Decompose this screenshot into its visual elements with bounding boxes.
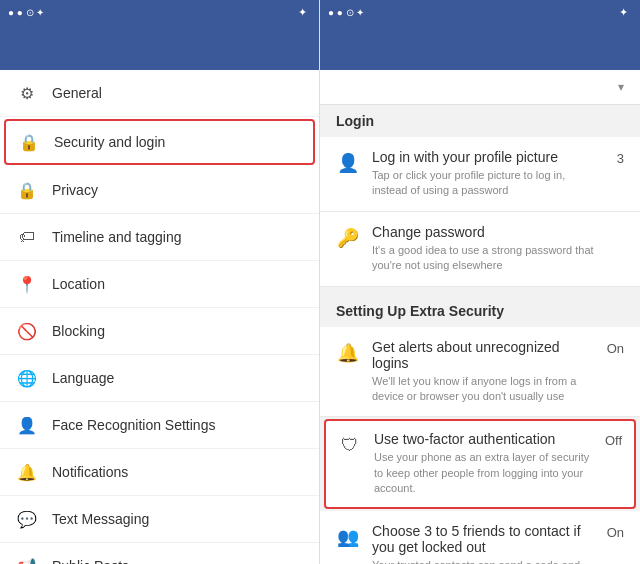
see-more-bar[interactable]: ▾	[320, 70, 640, 105]
sidebar-label-text: Text Messaging	[52, 511, 149, 527]
trusted-contacts-status: On	[604, 525, 624, 540]
bluetooth-icon: ✦	[298, 6, 307, 19]
sidebar-item-blocking[interactable]: 🚫Blocking	[0, 308, 319, 355]
right-item-two-factor[interactable]: 🛡Use two-factor authenticationUse your p…	[324, 419, 636, 508]
status-icons-left: ● ● ⊙ ✦	[8, 7, 44, 18]
two-factor-desc: Use your phone as an extra layer of secu…	[374, 450, 590, 496]
unrecognized-logins-status: On	[604, 341, 624, 356]
blocking-icon: 🚫	[16, 320, 38, 342]
right-item-profile-login[interactable]: 👤Log in with your profile pictureTap or …	[320, 137, 640, 212]
bluetooth-icon-right: ✦	[619, 6, 628, 19]
sidebar-label-general: General	[52, 85, 102, 101]
profile-login-text: Log in with your profile pictureTap or c…	[372, 149, 592, 199]
left-panel: ● ● ⊙ ✦ ✦ ⚙General🔒Security and login🔒Pr…	[0, 0, 320, 564]
sidebar-label-location: Location	[52, 276, 105, 292]
notification-icons-right: ● ● ⊙ ✦	[328, 7, 364, 18]
sidebar-item-face[interactable]: 👤Face Recognition Settings	[0, 402, 319, 449]
section-divider-login	[320, 287, 640, 295]
sidebar-item-text[interactable]: 💬Text Messaging	[0, 496, 319, 543]
general-icon: ⚙	[16, 82, 38, 104]
sidebar-label-posts: Public Posts	[52, 558, 129, 564]
language-icon: 🌐	[16, 367, 38, 389]
timeline-icon: 🏷	[16, 226, 38, 248]
sidebar-label-timeline: Timeline and tagging	[52, 229, 181, 245]
right-header	[320, 24, 640, 70]
profile-login-title: Log in with your profile picture	[372, 149, 592, 165]
sidebar-label-notifications: Notifications	[52, 464, 128, 480]
change-password-title: Change password	[372, 224, 624, 240]
sidebar-label-blocking: Blocking	[52, 323, 105, 339]
sidebar-item-security[interactable]: 🔒Security and login	[4, 119, 315, 165]
face-icon: 👤	[16, 414, 38, 436]
status-icons-right-left: ● ● ⊙ ✦	[328, 7, 364, 18]
notification-icons: ● ● ⊙ ✦	[8, 7, 44, 18]
profile-login-status: 3	[604, 151, 624, 166]
right-item-unrecognized-logins[interactable]: 🔔Get alerts about unrecognized loginsWe'…	[320, 327, 640, 418]
right-item-trusted-contacts[interactable]: 👥Choose 3 to 5 friends to contact if you…	[320, 511, 640, 564]
unrecognized-logins-title: Get alerts about unrecognized logins	[372, 339, 592, 371]
sidebar-label-language: Language	[52, 370, 114, 386]
left-header	[0, 24, 319, 70]
sidebar-item-general[interactable]: ⚙General	[0, 70, 319, 117]
two-factor-icon: 🛡	[338, 433, 362, 457]
trusted-contacts-text: Choose 3 to 5 friends to contact if you …	[372, 523, 592, 564]
status-icons-right: ✦	[298, 6, 311, 19]
location-icon: 📍	[16, 273, 38, 295]
unrecognized-logins-icon: 🔔	[336, 341, 360, 365]
status-bar-left: ● ● ⊙ ✦ ✦	[0, 0, 319, 24]
profile-login-icon: 👤	[336, 151, 360, 175]
posts-icon: 📢	[16, 555, 38, 564]
sidebar-label-face: Face Recognition Settings	[52, 417, 215, 433]
trusted-contacts-desc: Your trusted contacts can send a code an…	[372, 558, 592, 564]
sidebar-item-timeline[interactable]: 🏷Timeline and tagging	[0, 214, 319, 261]
change-password-text: Change passwordIt's a good idea to use a…	[372, 224, 624, 274]
trusted-contacts-icon: 👥	[336, 525, 360, 549]
change-password-desc: It's a good idea to use a strong passwor…	[372, 243, 624, 274]
unrecognized-logins-text: Get alerts about unrecognized loginsWe'l…	[372, 339, 592, 405]
section-header-extra-security: Setting Up Extra Security	[320, 295, 640, 327]
text-icon: 💬	[16, 508, 38, 530]
sidebar-item-notifications[interactable]: 🔔Notifications	[0, 449, 319, 496]
sidebar-label-security: Security and login	[54, 134, 165, 150]
privacy-icon: 🔒	[16, 179, 38, 201]
security-icon: 🔒	[18, 131, 40, 153]
status-bar-right: ● ● ⊙ ✦ ✦	[320, 0, 640, 24]
right-item-change-password[interactable]: 🔑Change passwordIt's a good idea to use …	[320, 212, 640, 287]
sidebar-label-privacy: Privacy	[52, 182, 98, 198]
unrecognized-logins-desc: We'll let you know if anyone logs in fro…	[372, 374, 592, 405]
sidebar-item-location[interactable]: 📍Location	[0, 261, 319, 308]
menu-list: ⚙General🔒Security and login🔒Privacy🏷Time…	[0, 70, 319, 564]
two-factor-status: Off	[602, 433, 622, 448]
sidebar-item-posts[interactable]: 📢Public Posts	[0, 543, 319, 564]
profile-login-desc: Tap or click your profile picture to log…	[372, 168, 592, 199]
trusted-contacts-title: Choose 3 to 5 friends to contact if you …	[372, 523, 592, 555]
two-factor-title: Use two-factor authentication	[374, 431, 590, 447]
sidebar-item-privacy[interactable]: 🔒Privacy	[0, 167, 319, 214]
notifications-icon: 🔔	[16, 461, 38, 483]
status-icons-right-right: ✦	[619, 6, 632, 19]
chevron-down-icon: ▾	[618, 80, 624, 94]
right-panel: ● ● ⊙ ✦ ✦ ▾ Login👤Log in with your profi…	[320, 0, 640, 564]
sidebar-item-language[interactable]: 🌐Language	[0, 355, 319, 402]
right-content: Login👤Log in with your profile pictureTa…	[320, 105, 640, 564]
change-password-icon: 🔑	[336, 226, 360, 250]
section-header-login: Login	[320, 105, 640, 137]
two-factor-text: Use two-factor authenticationUse your ph…	[374, 431, 590, 496]
